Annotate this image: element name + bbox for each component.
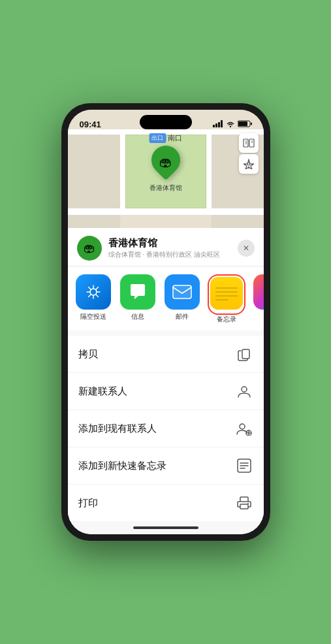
add-notes-icon <box>235 457 253 475</box>
copy-icon <box>235 345 253 363</box>
airdrop-label: 隔空投送 <box>80 312 106 321</box>
map-exit-name: 南口 <box>168 133 182 143</box>
action-new-contact[interactable]: 新建联系人 <box>68 373 264 410</box>
mail-label: 邮件 <box>176 312 189 321</box>
messages-icon <box>120 274 155 310</box>
map-pin: 🏟 香港体育馆 <box>150 146 182 193</box>
home-bar <box>133 526 198 529</box>
venue-name: 香港体育馆 <box>108 237 238 250</box>
new-contact-icon <box>235 382 253 400</box>
svg-rect-21 <box>242 349 249 359</box>
map-label: 出口 南口 <box>149 133 182 143</box>
new-contact-label: 新建联系人 <box>78 385 127 398</box>
svg-point-23 <box>240 424 245 429</box>
close-button[interactable]: ✕ <box>238 240 255 257</box>
svg-rect-31 <box>240 497 248 502</box>
wifi-icon <box>226 120 235 129</box>
mail-icon <box>165 274 200 310</box>
status-icons <box>213 120 252 129</box>
share-item-more[interactable]: 提 <box>251 274 264 324</box>
signal-icon <box>213 120 223 129</box>
action-rows: 拷贝 新建联系人 <box>68 336 264 521</box>
map-exit-tag: 出口 <box>149 133 166 143</box>
svg-rect-3 <box>221 120 223 127</box>
svg-rect-0 <box>213 125 215 127</box>
action-copy[interactable]: 拷贝 <box>68 336 264 373</box>
battery-icon <box>238 120 252 129</box>
venue-icon: 🏟 <box>77 236 102 261</box>
svg-point-33 <box>247 503 249 504</box>
messages-label: 信息 <box>131 312 144 321</box>
svg-point-22 <box>242 387 247 392</box>
map-controls <box>239 133 259 174</box>
close-icon: ✕ <box>243 244 249 253</box>
svg-rect-5 <box>238 121 247 126</box>
print-icon <box>235 494 253 512</box>
svg-rect-8 <box>249 139 254 147</box>
venue-info: 香港体育馆 综合体育馆 · 香港特别行政区 油尖旺区 <box>108 237 238 259</box>
venue-subtitle: 综合体育馆 · 香港特别行政区 油尖旺区 <box>108 250 238 259</box>
airdrop-icon <box>76 274 111 310</box>
copy-label: 拷贝 <box>78 348 98 361</box>
share-row: 隔空投送 信息 <box>68 266 264 330</box>
share-item-messages[interactable]: 信息 <box>118 274 158 324</box>
status-bar: 09:41 <box>68 110 264 133</box>
share-item-mail[interactable]: 邮件 <box>162 274 202 324</box>
phone-screen: 09:41 <box>68 110 264 534</box>
notes-icon <box>210 277 243 310</box>
svg-rect-1 <box>215 123 217 127</box>
svg-rect-32 <box>240 504 248 509</box>
svg-rect-16 <box>173 285 191 298</box>
add-existing-icon <box>235 419 253 438</box>
share-item-notes[interactable]: 备忘录 <box>206 274 247 324</box>
svg-rect-2 <box>218 122 220 127</box>
home-indicator <box>68 521 264 534</box>
map-type-button[interactable] <box>239 133 259 153</box>
dynamic-island <box>140 115 192 129</box>
pin-label: 香港体育馆 <box>150 184 182 193</box>
action-print[interactable]: 打印 <box>68 485 264 521</box>
add-notes-label: 添加到新快速备忘录 <box>78 460 166 472</box>
add-existing-label: 添加到现有联系人 <box>78 423 157 435</box>
more-icon <box>253 274 264 310</box>
svg-rect-7 <box>244 139 248 147</box>
action-add-notes[interactable]: 添加到新快速备忘录 <box>68 447 264 485</box>
share-item-airdrop[interactable]: 隔空投送 <box>73 274 114 324</box>
svg-rect-6 <box>251 122 252 125</box>
action-add-existing[interactable]: 添加到现有联系人 <box>68 410 264 447</box>
notes-label: 备忘录 <box>217 315 236 324</box>
phone-frame: 09:41 <box>61 103 270 541</box>
location-button[interactable] <box>239 154 259 174</box>
print-label: 打印 <box>78 497 98 509</box>
status-time: 09:41 <box>80 120 101 129</box>
venue-header: 🏟 香港体育馆 综合体育馆 · 香港特别行政区 油尖旺区 ✕ <box>68 228 264 266</box>
bottom-sheet: 🏟 香港体育馆 综合体育馆 · 香港特别行政区 油尖旺区 ✕ <box>68 228 264 521</box>
